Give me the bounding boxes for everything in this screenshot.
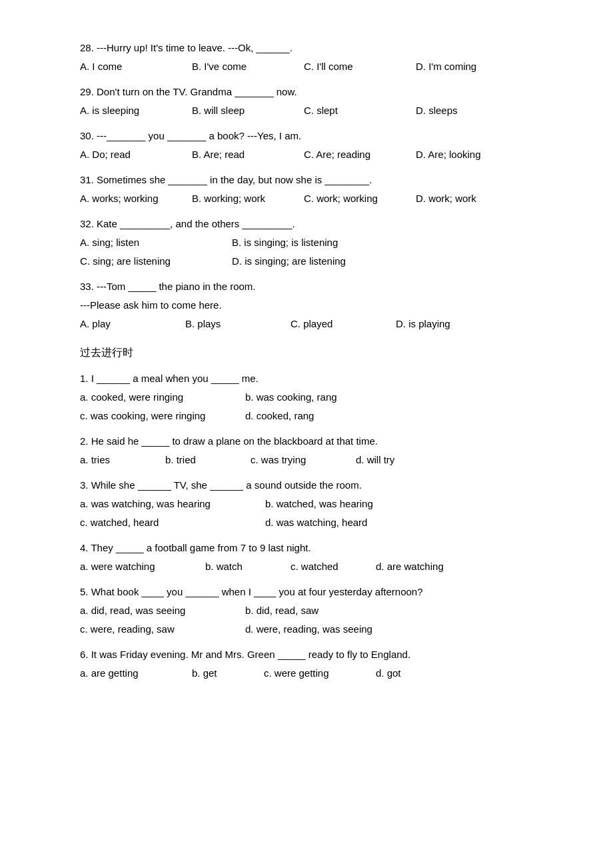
q29-options: A. is sleeping B. will sleep C. slept D.… (80, 103, 533, 119)
sq6-text: 6. It was Friday evening. Mr and Mrs. Gr… (80, 647, 533, 663)
sq6-option-c: c. were getting (264, 665, 370, 681)
sub-questions-section: 1. I ______ a meal when you _____ me. a.… (80, 371, 533, 681)
sq3-text: 3. While she ______ TV, she ______ a sou… (80, 477, 533, 493)
sq1-option-c: c. was cooking, were ringing (80, 408, 240, 424)
sq6-option-b: b. get (192, 665, 259, 681)
sq4-option-d: d. are watching (376, 559, 444, 575)
q30-option-d: D. Are; looking (416, 147, 522, 163)
sq2-text: 2. He said he _____ to draw a plane on t… (80, 433, 533, 449)
q32-option-a: A. sing; listen (80, 235, 227, 251)
questions-section: 28. ---Hurry up! It's time to leave. ---… (80, 40, 533, 332)
question-31: 31. Sometimes she _______ in the day, bu… (80, 172, 533, 207)
question-29: 29. Don't turn on the TV. Grandma ______… (80, 84, 533, 119)
q33-options: A. play B. plays C. played D. is playing (80, 316, 533, 332)
q33-option-d: D. is playing (396, 316, 502, 332)
question-30: 30. ---_______ you _______ a book? ---Ye… (80, 128, 533, 163)
sq5-options-line2: c. were, reading, saw d. were, reading, … (80, 621, 533, 637)
sq1-option-b: b. was cooking, rang (245, 389, 337, 405)
sq4-option-c: c. watched (291, 559, 370, 575)
q32-text: 32. Kate _________, and the others _____… (80, 216, 533, 232)
sq3-option-d: d. was watching, heard (265, 515, 367, 531)
sq3-options-line1: a. was watching, was hearing b. watched,… (80, 496, 533, 512)
sub-question-1: 1. I ______ a meal when you _____ me. a.… (80, 371, 533, 424)
q28-option-a: A. I come (80, 59, 187, 75)
q32-option-c: C. sing; are listening (80, 253, 227, 269)
question-28: 28. ---Hurry up! It's time to leave. ---… (80, 40, 533, 75)
sq1-option-d: d. cooked, rang (245, 408, 314, 424)
q29-option-c: C. slept (304, 103, 410, 119)
sq3-options-line2: c. watched, heard d. was watching, heard (80, 515, 533, 531)
q32-option-b: B. is singing; is listening (232, 235, 338, 251)
sq4-option-a: a. were watching (80, 559, 200, 575)
q31-options: A. works; working B. working; work C. wo… (80, 191, 533, 207)
sq2-option-c: c. was trying (251, 452, 350, 468)
question-33: 33. ---Tom _____ the piano in the room. … (80, 279, 533, 332)
question-32: 32. Kate _________, and the others _____… (80, 216, 533, 269)
q29-text: 29. Don't turn on the TV. Grandma ______… (80, 84, 533, 100)
sq5-option-c: c. were, reading, saw (80, 621, 240, 637)
q32-options-line2: C. sing; are listening D. is singing; ar… (80, 253, 533, 269)
q33-option-c: C. played (291, 316, 390, 332)
sq5-option-d: d. were, reading, was seeing (245, 621, 372, 637)
q29-option-b: B. will sleep (192, 103, 299, 119)
sq5-option-b: b. did, read, saw (245, 603, 318, 619)
q28-options: A. I come B. I've come C. I'll come D. I… (80, 59, 533, 75)
q28-option-c: C. I'll come (304, 59, 410, 75)
sq3-option-c: c. watched, heard (80, 515, 260, 531)
q29-option-a: A. is sleeping (80, 103, 187, 119)
sq1-options-line1: a. cooked, were ringing b. was cooking, … (80, 389, 533, 405)
q31-text: 31. Sometimes she _______ in the day, bu… (80, 172, 533, 188)
q28-option-d: D. I'm coming (416, 59, 522, 75)
q31-option-d: D. work; work (416, 191, 522, 207)
q28-text: 28. ---Hurry up! It's time to leave. ---… (80, 40, 533, 56)
sq4-text: 4. They _____ a football game from 7 to … (80, 540, 533, 556)
sq2-option-d: d. will try (356, 452, 394, 468)
sq2-options: a. tries b. tried c. was trying d. will … (80, 452, 533, 468)
q30-text: 30. ---_______ you _______ a book? ---Ye… (80, 128, 533, 144)
q31-option-c: C. work; working (304, 191, 410, 207)
q33-subtext: ---Please ask him to come here. (80, 297, 533, 313)
sub-question-6: 6. It was Friday evening. Mr and Mrs. Gr… (80, 647, 533, 681)
section-title: 过去进行时 (80, 344, 533, 361)
sq5-options-line1: a. did, read, was seeing b. did, read, s… (80, 603, 533, 619)
q33-option-b: B. plays (185, 316, 285, 332)
q32-option-d: D. is singing; are listening (232, 253, 346, 269)
sub-question-3: 3. While she ______ TV, she ______ a sou… (80, 477, 533, 531)
sub-question-5: 5. What book ____ you ______ when I ____… (80, 584, 533, 637)
q28-option-b: B. I've come (192, 59, 299, 75)
sq6-option-d: d. got (376, 665, 401, 681)
sq4-options: a. were watching b. watch c. watched d. … (80, 559, 533, 575)
q31-option-b: B. working; work (192, 191, 299, 207)
q30-option-a: A. Do; read (80, 147, 187, 163)
q30-option-c: C. Are; reading (304, 147, 410, 163)
q33-text: 33. ---Tom _____ the piano in the room. (80, 279, 533, 295)
q29-option-d: D. sleeps (416, 103, 522, 119)
q33-option-a: A. play (80, 316, 180, 332)
sq5-option-a: a. did, read, was seeing (80, 603, 240, 619)
sq5-text: 5. What book ____ you ______ when I ____… (80, 584, 533, 600)
sq1-option-a: a. cooked, were ringing (80, 389, 240, 405)
q30-option-b: B. Are; read (192, 147, 299, 163)
sq3-option-b: b. watched, was hearing (265, 496, 373, 512)
sq6-options: a. are getting b. get c. were getting d.… (80, 665, 533, 681)
q30-options: A. Do; read B. Are; read C. Are; reading… (80, 147, 533, 163)
sq3-option-a: a. was watching, was hearing (80, 496, 260, 512)
sq1-options-line2: c. was cooking, were ringing d. cooked, … (80, 408, 533, 424)
q32-options-line1: A. sing; listen B. is singing; is listen… (80, 235, 533, 251)
sub-question-4: 4. They _____ a football game from 7 to … (80, 540, 533, 575)
sq1-text: 1. I ______ a meal when you _____ me. (80, 371, 533, 387)
sub-question-2: 2. He said he _____ to draw a plane on t… (80, 433, 533, 468)
sq6-option-a: a. are getting (80, 665, 187, 681)
sq2-option-a: a. tries (80, 452, 160, 468)
sq4-option-b: b. watch (205, 559, 285, 575)
q31-option-a: A. works; working (80, 191, 187, 207)
sq2-option-b: b. tried (165, 452, 245, 468)
